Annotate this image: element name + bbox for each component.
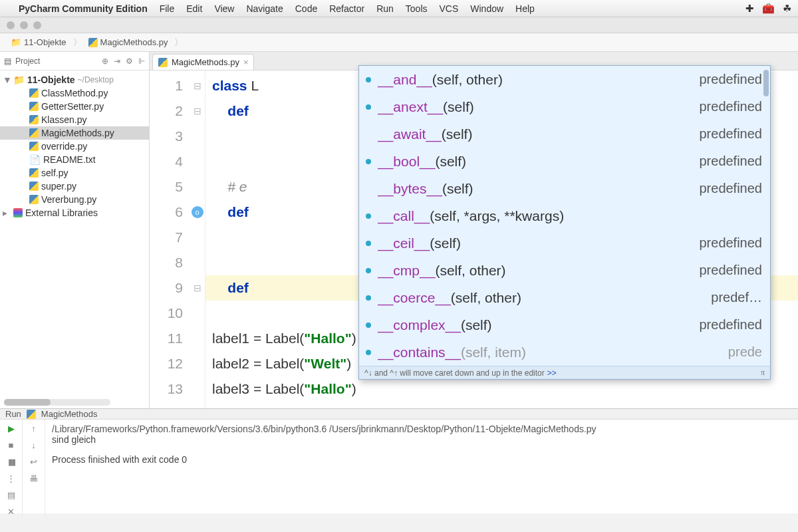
traffic-zoom[interactable] [33, 21, 41, 29]
down-icon[interactable]: ↓ [31, 440, 36, 450]
code-area[interactable]: 12345678910111213 ⊟⊟o⊟ __and__(self, oth… [150, 70, 798, 408]
menu-edit[interactable]: Edit [186, 3, 202, 14]
autocomplete-hint-link[interactable]: >> [547, 368, 557, 378]
more-icon[interactable]: ⋮ [7, 473, 15, 483]
autocomplete-item[interactable]: __await__(self)predefined [359, 120, 770, 148]
python-icon [158, 58, 168, 67]
autocomplete-signature: __ceil__(self) [378, 235, 699, 251]
tree-file[interactable]: override.py [0, 140, 149, 153]
tree-file[interactable]: super.py [0, 180, 149, 193]
tree-file-label: self.py [41, 168, 68, 178]
menu-help[interactable]: Help [515, 3, 535, 14]
close-icon[interactable]: × [243, 57, 249, 67]
layout-icon[interactable]: ▤ [7, 490, 15, 500]
traffic-close[interactable] [7, 21, 15, 29]
print-icon[interactable]: 🖶 [29, 473, 38, 483]
menu-vcs[interactable]: VCS [440, 3, 459, 14]
python-icon [29, 88, 39, 98]
sidebar-scrollbar[interactable] [4, 399, 110, 406]
tree-file[interactable]: ClassMethod.py [0, 86, 149, 100]
autocomplete-signature: __bytes__(self) [378, 181, 699, 197]
python-icon [29, 195, 39, 204]
project-tree[interactable]: ▼ 📁 11-Objekte ~/Desktop ClassMethod.pyG… [0, 70, 149, 222]
autocomplete-item[interactable]: __call__(self, *args, **kwargs) [359, 202, 770, 229]
menu-tools[interactable]: Tools [406, 3, 428, 14]
chevron-right-icon[interactable]: ▸ [3, 207, 11, 218]
console-exit: Process finished with exit code 0 [52, 454, 791, 465]
run-controls-right: ↑ ↓ ↩ 🖶 [23, 420, 45, 517]
collapse-icon[interactable]: ⊕ [102, 57, 108, 66]
folder-icon: 📁 [13, 74, 25, 85]
breadcrumb-folder[interactable]: 📁 11-Objekte [7, 36, 70, 49]
folder-icon: 📁 [11, 37, 21, 47]
python-icon [29, 168, 39, 178]
tree-file[interactable]: 📄README.txt [0, 153, 149, 166]
code-line[interactable]: label3 = Label("Hallo") [212, 376, 798, 402]
play-icon[interactable]: ▶ [8, 424, 15, 434]
menu-code[interactable]: Code [295, 3, 317, 14]
status-leaf-icon[interactable]: ☘ [783, 3, 791, 15]
autocomplete-tag: predefined [699, 317, 762, 332]
autocomplete-scrollbar[interactable] [763, 70, 769, 96]
tree-root[interactable]: ▼ 📁 11-Objekte ~/Desktop [0, 73, 149, 86]
tree-file[interactable]: GetterSetter.py [0, 100, 149, 113]
menu-refactor[interactable]: Refactor [329, 3, 364, 14]
autocomplete-item[interactable]: __contains__(self, item)prede [359, 338, 770, 366]
editor-tab[interactable]: MagicMethods.py × [152, 54, 254, 70]
locate-icon[interactable]: ⇥ [114, 57, 120, 66]
breadcrumb-file-label: MagicMethods.py [100, 37, 168, 47]
menu-view[interactable]: View [214, 3, 234, 14]
autocomplete-item[interactable]: __and__(self, other)predefined [359, 66, 770, 93]
tree-file[interactable]: Vererbung.py [0, 193, 149, 206]
chevron-down-icon[interactable]: ▼ [3, 74, 11, 85]
menu-window[interactable]: Window [470, 3, 503, 14]
bullet-icon [366, 323, 371, 328]
autocomplete-popup[interactable]: __and__(self, other)predefined__anext__(… [358, 65, 771, 380]
up-icon[interactable]: ↑ [31, 424, 36, 434]
fold-column: ⊟⊟o⊟ [190, 70, 205, 408]
project-tool-icon: ▤ [4, 57, 11, 66]
tree-file[interactable]: MagicMethods.py [0, 126, 149, 140]
wrap-icon[interactable]: ↩ [30, 457, 37, 467]
status-toolbox-icon[interactable]: 🧰 [762, 3, 775, 15]
console-line: sind gleich [52, 434, 791, 445]
python-icon [29, 142, 39, 151]
autocomplete-item[interactable]: __anext__(self)predefined [359, 93, 770, 120]
autocomplete-item[interactable]: __bool__(self)predefined [359, 148, 770, 175]
bullet-icon [366, 268, 371, 273]
autocomplete-hint-text: ^↓ and ^↑ will move caret down and up in… [364, 368, 545, 378]
autocomplete-item[interactable]: __coerce__(self, other)predef… [359, 284, 770, 311]
gutter: 12345678910111213 [150, 70, 190, 408]
settings-icon[interactable]: ⚙ [126, 57, 133, 66]
project-sidebar: ▤ Project ⊕ ⇥ ⚙ ⊩ ▼ 📁 11-Objekte ~/Deskt… [0, 52, 150, 408]
tree-external-libs[interactable]: ▸ External Libraries [0, 206, 149, 219]
menu-file[interactable]: File [160, 3, 175, 14]
stop-icon[interactable]: ■ [9, 440, 14, 450]
autocomplete-hint: ^↓ and ^↑ will move caret down and up in… [359, 366, 770, 379]
autocomplete-item[interactable]: __complex__(self)predefined [359, 311, 770, 338]
run-config-name: MagicMethods [41, 409, 98, 419]
tree-file-label: Klassen.py [41, 114, 86, 125]
tree-file[interactable]: Klassen.py [0, 113, 149, 126]
traffic-minimize[interactable] [20, 21, 28, 29]
pause-icon[interactable]: ▮▮ [8, 457, 15, 467]
status-plus-icon[interactable]: ✚ [745, 3, 754, 15]
window-titlebar [0, 17, 798, 33]
hide-icon[interactable]: ⊩ [138, 57, 145, 66]
autocomplete-tag: predefined [699, 154, 762, 169]
close-icon[interactable]: ✕ [7, 507, 15, 517]
autocomplete-item[interactable]: __cmp__(self, other)predefined [359, 257, 770, 284]
autocomplete-signature: __cmp__(self, other) [378, 263, 699, 279]
menu-navigate[interactable]: Navigate [246, 3, 283, 14]
editor: MagicMethods.py × 12345678910111213 ⊟⊟o⊟… [150, 52, 798, 408]
console-output[interactable]: /Library/Frameworks/Python.framework/Ver… [45, 420, 798, 517]
editor-tab-label: MagicMethods.py [172, 57, 239, 67]
breadcrumb-file[interactable]: MagicMethods.py [84, 36, 172, 49]
code-body[interactable]: __and__(self, other)predefined__anext__(… [205, 70, 798, 408]
bullet-icon [366, 77, 371, 82]
menu-run[interactable]: Run [376, 3, 394, 14]
tree-file[interactable]: self.py [0, 166, 149, 180]
autocomplete-item[interactable]: __ceil__(self)predefined [359, 229, 770, 257]
autocomplete-signature: __and__(self, other) [378, 72, 699, 88]
autocomplete-item[interactable]: __bytes__(self)predefined [359, 175, 770, 202]
